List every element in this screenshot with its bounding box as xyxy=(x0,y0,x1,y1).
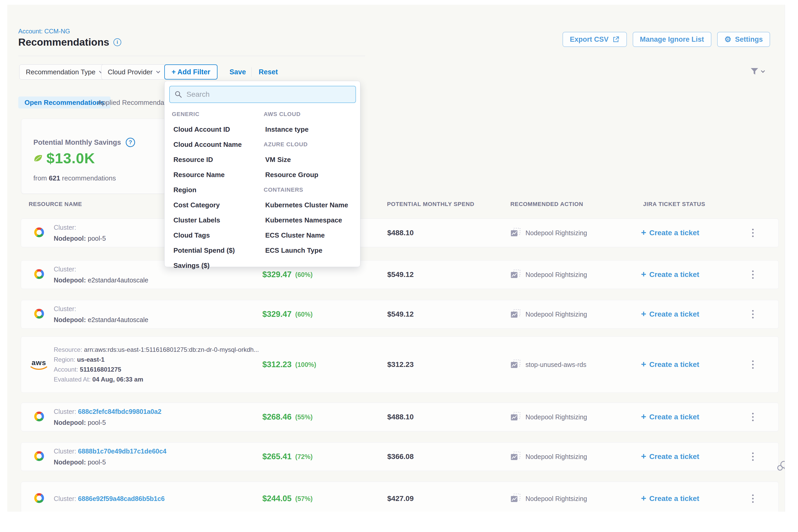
savings-percent: (60%) xyxy=(295,310,313,318)
filter-option[interactable]: Cloud Tags xyxy=(172,231,264,240)
create-ticket-button[interactable]: + Create a ticket xyxy=(641,219,699,247)
external-link-icon xyxy=(612,36,620,43)
cloud-provider-filter[interactable]: Cloud Provider xyxy=(101,64,166,79)
help-icon[interactable]: ? xyxy=(126,138,135,147)
filter-option[interactable]: Potential Spend ($) xyxy=(172,246,264,254)
spend-cell: $366.08 xyxy=(387,442,414,471)
resource-line: Cluster: xyxy=(54,303,148,314)
action-label: Nodepool Rightsizing xyxy=(526,453,587,460)
table-row: aws Cluster: 6888b1c70e49db17c1de60c4Nod… xyxy=(21,442,779,471)
spend-value: $488.10 xyxy=(387,229,414,237)
table-row: aws Resource: arn:aws:rds:us-east-1:5116… xyxy=(21,337,779,393)
settings-button[interactable]: ⚙ Settings xyxy=(717,32,770,47)
filter-bar-separator xyxy=(251,67,252,77)
filter-option[interactable]: Instance type xyxy=(264,126,358,134)
row-menu-button[interactable] xyxy=(748,261,758,289)
savings-value: $312.23 xyxy=(262,360,291,369)
resource-details: Cluster: Nodepool: e2standar4autoscale xyxy=(54,264,148,286)
row-menu-button[interactable] xyxy=(748,442,758,471)
filter-option[interactable]: Cloud Account Name xyxy=(172,140,264,149)
recommendation-type-filter[interactable]: Recommendation Type xyxy=(19,64,109,79)
filter-group-label: AZURE CLOUD xyxy=(264,141,358,148)
tab-open-recommendations[interactable]: Open Recommendations xyxy=(18,96,111,109)
resource-link[interactable]: 6886e92f59a48cad86b5b1c6 xyxy=(78,495,165,502)
filter-option[interactable]: Cloud Account ID xyxy=(172,126,264,134)
savings-percent: (72%) xyxy=(295,453,313,460)
create-ticket-button[interactable]: + Create a ticket xyxy=(641,442,699,471)
row-menu-button[interactable] xyxy=(748,482,758,512)
add-filter-button[interactable]: + Add Filter xyxy=(164,64,217,79)
export-csv-button[interactable]: Export CSV xyxy=(563,32,627,47)
action-label: Nodepool Rightsizing xyxy=(526,229,587,237)
gcp-cloud-icon xyxy=(33,308,45,321)
create-ticket-button[interactable]: + Create a ticket xyxy=(641,482,699,512)
resource-details: Cluster: Nodepool: e2standar4autoscale xyxy=(54,303,148,325)
filter-option[interactable]: ECS Cluster Name xyxy=(264,231,358,240)
resource-link[interactable]: 688c2fefc84fbdc99801a0a2 xyxy=(78,408,162,415)
create-ticket-button[interactable]: + Create a ticket xyxy=(641,261,699,289)
support-chat-icon[interactable] xyxy=(777,460,785,473)
search-input[interactable] xyxy=(187,90,351,99)
spend-cell: $312.23 xyxy=(387,337,414,393)
create-ticket-label: Create a ticket xyxy=(649,229,699,237)
filter-option[interactable]: VM Size xyxy=(264,156,358,164)
manage-ignore-list-button[interactable]: Manage Ignore List xyxy=(633,32,711,47)
filter-group-label: AWS CLOUD xyxy=(264,111,358,118)
resource-line: Nodepool: e2standar4autoscale xyxy=(54,274,148,286)
cloud-provider-label: Cloud Provider xyxy=(108,68,153,76)
save-filter-button[interactable]: Save xyxy=(229,64,246,79)
spend-value: $427.09 xyxy=(387,494,414,503)
filter-option[interactable]: Kubernetes Cluster Name xyxy=(264,201,358,209)
plus-icon: + xyxy=(641,360,646,368)
info-icon[interactable]: i xyxy=(113,38,121,46)
plus-icon: + xyxy=(641,309,646,318)
filter-option[interactable]: Cluster Labels xyxy=(172,216,264,224)
tab-applied-recommendations[interactable]: Applied Recommendatio xyxy=(97,96,171,109)
account-breadcrumb-link[interactable]: Account: CCM-NG xyxy=(18,27,70,35)
provider-icon-wrap: aws xyxy=(31,337,47,393)
resource-line-label: Nodepool: xyxy=(54,419,88,426)
filter-option[interactable]: Region xyxy=(172,186,264,194)
resource-link[interactable]: 6888b1c70e49db17c1de60c4 xyxy=(78,448,166,455)
resource-line-label: Evaluated At: xyxy=(54,376,92,383)
spend-cell: $488.10 xyxy=(387,219,414,247)
filter-option[interactable]: Cost Category xyxy=(172,201,264,209)
action-label: Nodepool Rightsizing xyxy=(526,495,587,502)
create-ticket-button[interactable]: + Create a ticket xyxy=(641,300,699,328)
filter-option[interactable]: Kubernetes Namespace xyxy=(264,216,358,224)
provider-icon-wrap: aws xyxy=(33,300,45,328)
row-menu-button[interactable] xyxy=(748,403,758,431)
gcp-cloud-icon xyxy=(33,450,45,463)
money-leaf-icon xyxy=(32,153,44,164)
create-ticket-button[interactable]: + Create a ticket xyxy=(641,403,699,431)
header-divider xyxy=(18,56,365,56)
row-menu-button[interactable] xyxy=(748,219,758,247)
settings-label: Settings xyxy=(735,36,763,43)
filter-option[interactable]: ECS Launch Type xyxy=(264,246,358,254)
filter-option[interactable]: Resource Name xyxy=(172,171,264,179)
filter-option[interactable]: Savings ($) xyxy=(172,262,264,270)
resource-line: Cluster: 6886e92f59a48cad86b5b1c6 xyxy=(54,493,165,504)
row-menu-button[interactable] xyxy=(748,300,758,328)
create-ticket-label: Create a ticket xyxy=(649,270,699,279)
row-menu-button[interactable] xyxy=(748,337,758,393)
filter-option[interactable]: Resource Group xyxy=(264,171,358,179)
kebab-dot xyxy=(752,314,754,315)
resource-details: Cluster: Nodepool: pool-5 xyxy=(54,222,106,244)
savings-cell: $268.46 (55%) xyxy=(262,403,313,431)
savings-value: $268.46 xyxy=(262,412,291,422)
reset-filter-button[interactable]: Reset xyxy=(259,64,278,79)
resource-line-label: Region: xyxy=(54,356,77,363)
gcp-cloud-icon xyxy=(33,492,45,505)
gcp-cloud-icon xyxy=(33,411,45,423)
resource-line: Cluster: xyxy=(54,222,106,233)
column-header-recommended-action: RECOMMENDED ACTION xyxy=(510,201,583,208)
action-cell: stop-unused-aws-rds xyxy=(510,337,586,393)
dropdown-search-box xyxy=(169,86,356,103)
filter-option[interactable]: Resource ID xyxy=(172,156,264,164)
create-ticket-button[interactable]: + Create a ticket xyxy=(641,337,699,393)
resource-line: Cluster: 688c2fefc84fbdc99801a0a2 xyxy=(54,406,162,417)
resource-line-label: Cluster: xyxy=(54,495,78,502)
filter-panel-toggle[interactable] xyxy=(750,67,764,76)
kebab-dot xyxy=(752,459,754,461)
